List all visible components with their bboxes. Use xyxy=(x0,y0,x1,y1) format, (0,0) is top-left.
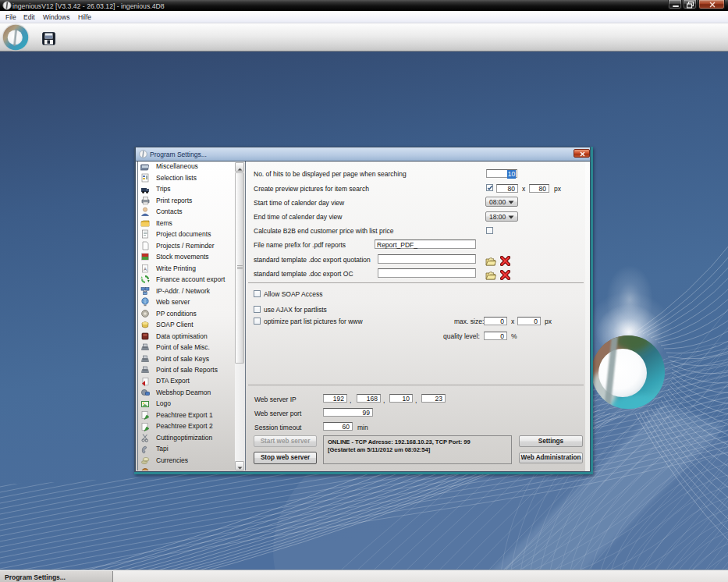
svg-text:A: A xyxy=(144,266,147,271)
